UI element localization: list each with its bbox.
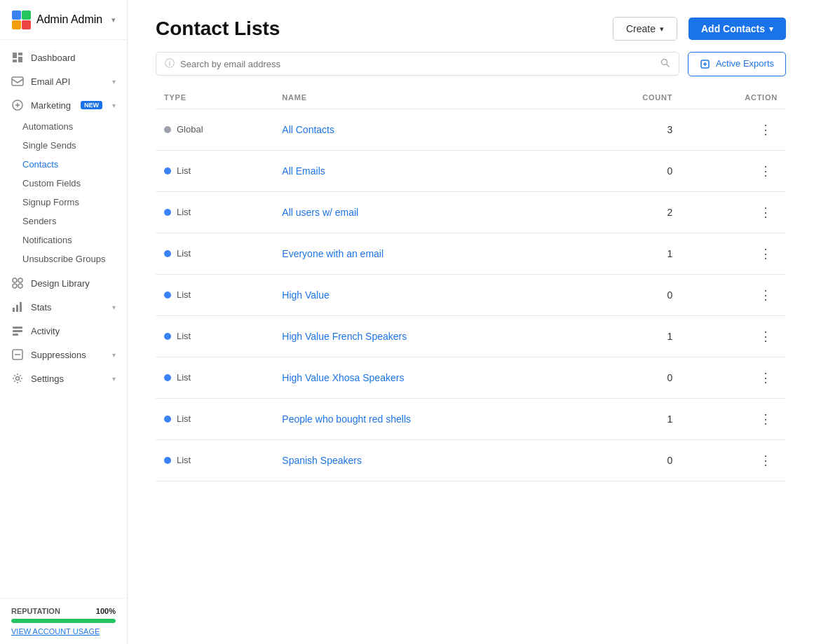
info-icon: ⓘ bbox=[165, 57, 175, 70]
sidebar-item-design-library[interactable]: Design Library bbox=[0, 271, 127, 295]
svg-rect-1 bbox=[22, 11, 31, 20]
type-cell: List bbox=[156, 150, 273, 191]
table-row: List All users w/ email 2 ⋮ bbox=[156, 191, 786, 233]
sidebar-item-settings[interactable]: Settings ▾ bbox=[0, 366, 127, 390]
sidebar-item-signup-forms[interactable]: Signup Forms bbox=[0, 193, 127, 212]
type-cell: List bbox=[156, 315, 273, 357]
sidebar-item-label: Design Library bbox=[31, 278, 90, 289]
contact-name-link[interactable]: High Value French Speakers bbox=[282, 331, 407, 342]
action-cell: ⋮ bbox=[681, 398, 786, 439]
sidebar-item-label: Email API bbox=[31, 76, 70, 87]
design-icon bbox=[11, 277, 24, 289]
type-dot bbox=[164, 126, 171, 133]
sidebar-logo-chevron: ▾ bbox=[111, 15, 116, 25]
sidebar-item-label: Marketing bbox=[31, 100, 71, 111]
sidebar-item-unsubscribe-groups[interactable]: Unsubscribe Groups bbox=[0, 249, 127, 268]
contact-name-link[interactable]: All Emails bbox=[282, 165, 325, 177]
settings-chevron: ▾ bbox=[112, 375, 116, 383]
type-label: List bbox=[177, 372, 191, 383]
sidebar-item-senders[interactable]: Senders bbox=[0, 212, 127, 231]
contacts-table: TYPE NAME COUNT ACTION Global All Contac… bbox=[156, 88, 786, 481]
sidebar-item-contacts[interactable]: Contacts bbox=[0, 155, 127, 174]
row-action-button[interactable]: ⋮ bbox=[754, 243, 778, 264]
type-dot bbox=[164, 374, 171, 381]
count-cell: 1 bbox=[582, 398, 681, 439]
add-contacts-button[interactable]: Add Contacts ▾ bbox=[688, 18, 786, 40]
row-action-button[interactable]: ⋮ bbox=[754, 326, 778, 347]
svg-rect-11 bbox=[16, 305, 18, 312]
search-input[interactable] bbox=[180, 59, 655, 69]
contact-name-link[interactable]: All users w/ email bbox=[282, 207, 358, 218]
row-action-button[interactable]: ⋮ bbox=[754, 409, 778, 430]
active-exports-icon bbox=[700, 59, 710, 69]
activity-icon bbox=[11, 324, 24, 337]
sidebar-item-suppressions[interactable]: Suppressions ▾ bbox=[0, 343, 127, 366]
svg-rect-4 bbox=[12, 77, 23, 85]
sidebar-item-marketing[interactable]: Marketing NEW ▾ bbox=[0, 93, 127, 117]
sidebar-item-custom-fields[interactable]: Custom Fields bbox=[0, 174, 127, 193]
name-cell: People who bought red shells bbox=[273, 398, 581, 439]
type-label: List bbox=[177, 413, 191, 424]
table-row: List People who bought red shells 1 ⋮ bbox=[156, 398, 786, 439]
type-label: List bbox=[177, 455, 191, 465]
name-cell: Spanish Speakers bbox=[273, 439, 581, 481]
table-row: Global All Contacts 3 ⋮ bbox=[156, 109, 786, 150]
action-cell: ⋮ bbox=[681, 357, 786, 398]
sidebar-item-stats[interactable]: Stats ▾ bbox=[0, 295, 127, 319]
row-action-button[interactable]: ⋮ bbox=[754, 202, 778, 223]
row-action-button[interactable]: ⋮ bbox=[754, 160, 778, 181]
sidebar-item-automations[interactable]: Automations bbox=[0, 117, 127, 136]
sidebar-item-dashboard[interactable]: Dashboard bbox=[0, 46, 127, 69]
name-cell: All users w/ email bbox=[273, 191, 581, 233]
svg-rect-14 bbox=[13, 330, 22, 332]
table-row: List Everyone with an email 1 ⋮ bbox=[156, 233, 786, 274]
name-cell: High Value French Speakers bbox=[273, 315, 581, 357]
action-cell: ⋮ bbox=[681, 439, 786, 481]
count-cell: 0 bbox=[582, 357, 681, 398]
search-icon[interactable] bbox=[660, 58, 670, 70]
name-cell: High Value bbox=[273, 274, 581, 315]
sidebar-item-label: Dashboard bbox=[31, 53, 76, 63]
action-cell: ⋮ bbox=[681, 191, 786, 233]
page-title: Contact Lists bbox=[156, 18, 602, 40]
contact-name-link[interactable]: High Value bbox=[282, 289, 329, 301]
contact-name-link[interactable]: High Value Xhosa Speakers bbox=[282, 372, 404, 383]
create-button[interactable]: Create ▾ bbox=[613, 17, 677, 41]
email-api-chevron: ▾ bbox=[112, 78, 116, 85]
create-chevron-icon: ▾ bbox=[660, 25, 664, 34]
reputation-value: 100% bbox=[96, 607, 116, 615]
sidebar-item-label: Settings bbox=[31, 374, 64, 384]
name-cell: All Emails bbox=[273, 150, 581, 191]
row-action-button[interactable]: ⋮ bbox=[754, 119, 778, 140]
type-dot bbox=[164, 209, 171, 216]
reputation-bar-fill bbox=[11, 619, 116, 623]
active-exports-button[interactable]: Active Exports bbox=[688, 52, 786, 76]
type-label: List bbox=[177, 207, 191, 217]
sidebar-bottom: REPUTATION 100% VIEW ACCOUNT USAGE bbox=[0, 598, 127, 644]
row-action-button[interactable]: ⋮ bbox=[754, 285, 778, 306]
contact-name-link[interactable]: People who bought red shells bbox=[282, 413, 411, 425]
contact-name-link[interactable]: Spanish Speakers bbox=[282, 455, 362, 466]
count-cell: 1 bbox=[582, 315, 681, 357]
col-count: COUNT bbox=[582, 88, 681, 109]
type-dot bbox=[164, 416, 171, 423]
sidebar-item-activity[interactable]: Activity bbox=[0, 319, 127, 343]
sidebar-item-single-sends[interactable]: Single Sends bbox=[0, 136, 127, 155]
type-cell: List bbox=[156, 191, 273, 233]
contact-name-link[interactable]: Everyone with an email bbox=[282, 248, 384, 259]
contact-name-link[interactable]: All Contacts bbox=[282, 124, 334, 135]
type-label: List bbox=[177, 165, 191, 176]
svg-point-9 bbox=[18, 284, 22, 288]
type-label: Global bbox=[177, 124, 203, 135]
sidebar-item-email-api[interactable]: Email API ▾ bbox=[0, 69, 127, 93]
view-account-usage-link[interactable]: VIEW ACCOUNT USAGE bbox=[11, 627, 116, 636]
search-box: ⓘ bbox=[156, 52, 679, 76]
svg-point-6 bbox=[13, 278, 17, 282]
row-action-button[interactable]: ⋮ bbox=[754, 367, 778, 388]
type-cell: List bbox=[156, 357, 273, 398]
sidebar-logo[interactable]: Admin Admin ▾ bbox=[0, 0, 127, 40]
sidebar-item-notifications[interactable]: Notifications bbox=[0, 231, 127, 249]
count-cell: 0 bbox=[582, 439, 681, 481]
add-contacts-chevron-icon: ▾ bbox=[769, 25, 773, 34]
row-action-button[interactable]: ⋮ bbox=[754, 450, 778, 471]
